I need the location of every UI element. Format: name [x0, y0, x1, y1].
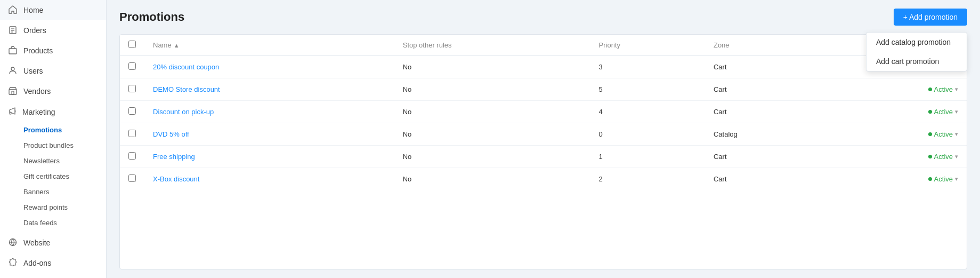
row-name-0[interactable]: 20% discount coupon	[144, 56, 394, 78]
add-catalog-promotion-item[interactable]: Add catalog promotion	[866, 33, 967, 52]
row-status-5: Active ▾	[827, 168, 967, 190]
sidebar-sub-gift-certificates[interactable]: Gift certificates	[0, 169, 106, 184]
sidebar-item-marketing[interactable]: Marketing	[0, 101, 106, 122]
row-stop-3: No	[394, 123, 590, 146]
sidebar-item-products[interactable]: Products	[0, 41, 106, 61]
status-dot-4	[928, 155, 932, 158]
row-status-1: Active ▾	[827, 78, 967, 101]
svg-rect-4	[9, 49, 17, 54]
sidebar-sub-banners[interactable]: Banners	[0, 184, 106, 200]
sidebar: Home Orders Products Users Vendors Marke…	[0, 0, 107, 278]
sidebar-item-home-label: Home	[23, 6, 43, 14]
sidebar-item-users-label: Users	[23, 67, 43, 75]
sidebar-item-add-ons-label: Add-ons	[23, 259, 51, 267]
table-body: 20% discount coupon No 3 Cart Active ▾ D…	[120, 56, 967, 190]
row-zone-4: Cart	[705, 146, 827, 168]
row-stop-0: No	[394, 56, 590, 78]
status-chevron-2[interactable]: ▾	[955, 108, 958, 115]
sidebar-item-vendors-label: Vendors	[23, 87, 51, 96]
sidebar-item-products-label: Products	[23, 46, 53, 55]
sidebar-sub-promotions[interactable]: Promotions	[0, 122, 106, 138]
row-checkbox-1[interactable]	[128, 85, 136, 92]
col-zone: Zone	[705, 35, 827, 56]
status-text-4: Active	[934, 153, 953, 161]
row-name-3[interactable]: DVD 5% off	[144, 123, 394, 146]
products-icon	[9, 46, 18, 55]
status-chevron-4[interactable]: ▾	[955, 153, 958, 160]
row-checkbox-4[interactable]	[128, 152, 136, 160]
row-stop-2: No	[394, 101, 590, 123]
status-text-2: Active	[934, 108, 953, 116]
status-chevron-5[interactable]: ▾	[955, 176, 958, 182]
row-checkbox-5[interactable]	[128, 174, 136, 182]
row-status-2: Active ▾	[827, 101, 967, 123]
row-priority-1: 5	[590, 78, 705, 101]
sidebar-item-orders-label: Orders	[23, 26, 46, 35]
sidebar-item-orders[interactable]: Orders	[0, 20, 106, 41]
sidebar-sub-reward-points[interactable]: Reward points	[0, 200, 106, 215]
row-name-1[interactable]: DEMO Store discount	[144, 78, 394, 101]
orders-icon	[9, 26, 18, 35]
row-zone-1: Cart	[705, 78, 827, 101]
row-name-4[interactable]: Free shipping	[144, 146, 394, 168]
sort-arrow-icon: ▲	[174, 42, 180, 49]
row-name-2[interactable]: Discount on pick-up	[144, 101, 394, 123]
marketing-icon	[9, 107, 17, 117]
row-status-3: Active ▾	[827, 123, 967, 146]
sidebar-sub-promotions-label: Promotions	[23, 126, 62, 134]
status-text-3: Active	[934, 130, 953, 138]
sidebar-item-home[interactable]: Home	[0, 0, 106, 20]
sidebar-item-vendors[interactable]: Vendors	[0, 81, 106, 101]
select-all-checkbox[interactable]	[128, 41, 136, 48]
promotions-table-container: Name ▲ Stop other rules Priority Zone St…	[119, 34, 967, 269]
add-promotion-wrapper: + Add promotion Add catalog promotion Ad…	[894, 9, 967, 26]
col-stop-other-rules: Stop other rules	[394, 35, 590, 56]
row-zone-3: Catalog	[705, 123, 827, 146]
row-checkbox-3[interactable]	[128, 130, 136, 137]
table-header-row: Name ▲ Stop other rules Priority Zone St…	[120, 35, 967, 56]
row-priority-2: 4	[590, 101, 705, 123]
status-chevron-3[interactable]: ▾	[955, 131, 958, 138]
row-stop-1: No	[394, 78, 590, 101]
status-dot-1	[928, 88, 932, 91]
status-text-5: Active	[934, 175, 953, 183]
status-text-1: Active	[934, 85, 953, 93]
sidebar-sub-data-feeds[interactable]: Data feeds	[0, 215, 106, 231]
page-title: Promotions	[119, 10, 184, 24]
sidebar-item-website-label: Website	[23, 239, 50, 247]
sidebar-sub-newsletters[interactable]: Newsletters	[0, 153, 106, 169]
status-dot-5	[928, 177, 932, 181]
sidebar-item-add-ons[interactable]: Add-ons	[0, 253, 106, 273]
table-row: X-Box discount No 2 Cart Active ▾	[120, 168, 967, 190]
row-checkbox-2[interactable]	[128, 107, 136, 115]
add-cart-promotion-item[interactable]: Add cart promotion	[866, 52, 967, 71]
table-row: Free shipping No 1 Cart Active ▾	[120, 146, 967, 168]
row-priority-4: 1	[590, 146, 705, 168]
promotions-table: Name ▲ Stop other rules Priority Zone St…	[120, 35, 967, 190]
add-ons-icon	[9, 258, 18, 268]
row-checkbox-cell	[120, 146, 144, 168]
col-name[interactable]: Name ▲	[144, 35, 394, 56]
row-priority-3: 0	[590, 123, 705, 146]
row-checkbox-0[interactable]	[128, 62, 136, 70]
row-zone-0: Cart	[705, 56, 827, 78]
website-icon	[9, 238, 18, 248]
status-chevron-1[interactable]: ▾	[955, 86, 958, 93]
vendors-icon	[9, 86, 18, 96]
home-icon	[9, 5, 18, 15]
row-name-5[interactable]: X-Box discount	[144, 168, 394, 190]
sidebar-item-users[interactable]: Users	[0, 61, 106, 81]
name-col-label: Name	[153, 41, 172, 49]
status-dot-3	[928, 132, 932, 136]
sidebar-sub-product-bundles[interactable]: Product bundles	[0, 138, 106, 153]
sidebar-item-website[interactable]: Website	[0, 233, 106, 253]
table-row: DEMO Store discount No 5 Cart Active ▾	[120, 78, 967, 101]
row-status-4: Active ▾	[827, 146, 967, 168]
table-row: DVD 5% off No 0 Catalog Active ▾	[120, 123, 967, 146]
row-zone-5: Cart	[705, 168, 827, 190]
name-sort: Name ▲	[153, 41, 386, 49]
select-all-col	[120, 35, 144, 56]
sidebar-sub-product-bundles-label: Product bundles	[23, 141, 74, 149]
row-stop-4: No	[394, 146, 590, 168]
add-promotion-button[interactable]: + Add promotion	[894, 9, 967, 26]
